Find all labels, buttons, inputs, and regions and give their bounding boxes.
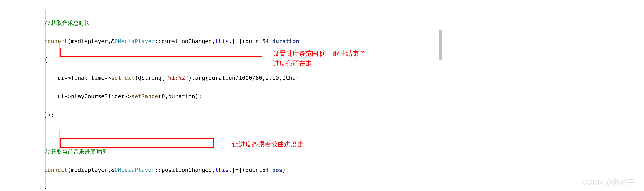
code-editor[interactable]: //获取音乐总时长 connect(mediaplayer,&QMediaPla…: [44, 9, 299, 191]
comment-text: //获取音乐总时长: [44, 20, 90, 26]
member: final_time: [71, 75, 105, 81]
indent-guide: [59, 130, 60, 149]
arrow-op: ->: [125, 93, 132, 100]
code-text: ui: [58, 75, 64, 81]
param-name: duration: [272, 38, 299, 45]
number: 60: [255, 75, 262, 81]
annotation-setrange: 设置进度条范围,防止歌曲结束了 进度条还在走: [273, 49, 366, 68]
number: 2: [266, 75, 269, 81]
highlight-box-setrange: [60, 48, 262, 57]
brace: {: [44, 185, 47, 191]
watermark: CSDN @孙鹏宇.: [582, 177, 637, 187]
highlight-box-setvalue: [60, 138, 214, 147]
param-name: pos: [272, 167, 282, 173]
code-line: {: [44, 184, 299, 191]
connect-call: connect: [44, 167, 68, 173]
number: 1000: [239, 75, 252, 81]
arrow-op: ->: [64, 75, 71, 81]
annotation-line: 进度条还在走: [273, 59, 366, 68]
code-line: });: [44, 111, 299, 120]
code-text: ::positionChanged,: [155, 167, 215, 173]
code-text: ).arg(duration/: [188, 75, 239, 81]
type-name: QMediaPlayer: [114, 38, 154, 45]
code-line: ui->playCourseSlider->setRange(0,duratio…: [44, 92, 299, 101]
scrollbar-thumb[interactable]: [439, 30, 442, 60]
code-line: [44, 129, 299, 138]
comment-text: //获取当前音乐进度时间: [44, 148, 106, 155]
code-line: //获取音乐总时长: [44, 19, 299, 28]
number: 10: [272, 75, 279, 81]
code-text: (mediaplayer,&: [68, 38, 114, 45]
keyword-this: this: [215, 38, 229, 45]
code-text: (: [158, 93, 161, 100]
code-text: (QString(: [135, 75, 165, 81]
code-text: ,[=](quint64: [229, 38, 272, 45]
code-text: ::durationChanged,: [155, 38, 215, 45]
code-text: ,duration);: [165, 93, 202, 100]
annotation-setvalue: 让进度条跟着歌曲进度走: [232, 139, 304, 149]
close-brace: });: [44, 112, 54, 118]
arrow-op: ->: [104, 75, 111, 81]
member: playCourseSlider: [71, 93, 125, 100]
code-text: ui: [58, 93, 64, 100]
code-line: ui->final_time->setText(QString("%1:%2")…: [44, 74, 299, 83]
comma: ,: [262, 75, 265, 81]
type-name: QMediaPlayer: [114, 167, 154, 173]
method-call: setText: [111, 75, 135, 81]
comma: ,: [269, 75, 272, 81]
connect-call: connect: [44, 38, 68, 45]
keyword-this: this: [215, 167, 229, 173]
annotation-line: 设置进度条范围,防止歌曲结束了: [273, 49, 366, 59]
op: /: [252, 75, 255, 81]
code-text: ,[=](quint64: [229, 167, 272, 173]
indent-guide: [59, 40, 60, 58]
brace: {: [44, 57, 47, 63]
arrow-op: ->: [64, 93, 71, 100]
string-literal: "%1:%2": [165, 75, 188, 81]
code-text: (mediaplayer,&: [68, 167, 114, 173]
code-text: ): [282, 167, 286, 173]
number: 0: [162, 93, 165, 100]
code-line: connect(mediaplayer,&QMediaPlayer::posit…: [44, 166, 299, 175]
annotation-line: 让进度条跟着歌曲进度走: [232, 141, 304, 148]
method-call: setRange: [132, 93, 158, 100]
code-line: connect(mediaplayer,&QMediaPlayer::durat…: [44, 37, 299, 46]
code-text: ,QChar: [279, 75, 299, 81]
